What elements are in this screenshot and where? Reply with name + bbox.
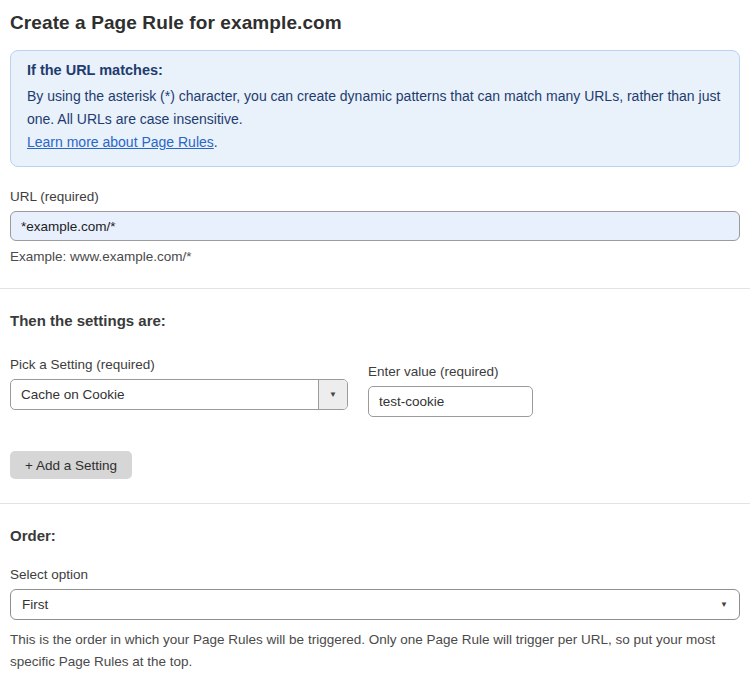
enter-value-label: Enter value (required) xyxy=(368,364,533,379)
order-selected-value: First xyxy=(22,597,48,612)
info-box-heading: If the URL matches: xyxy=(27,62,723,78)
divider xyxy=(0,503,750,504)
pick-setting-selected-value: Cache on Cookie xyxy=(11,380,318,409)
chevron-down-icon[interactable]: ▼ xyxy=(318,380,347,409)
setting-value-input[interactable] xyxy=(368,386,533,417)
learn-more-link[interactable]: Learn more about Page Rules xyxy=(27,134,214,150)
pick-setting-label: Pick a Setting (required) xyxy=(10,357,348,372)
pick-setting-dropdown[interactable]: Cache on Cookie ▼ xyxy=(10,379,348,410)
enter-value-column: Enter value (required) xyxy=(368,357,533,417)
order-help-text: This is the order in which your Page Rul… xyxy=(10,629,740,673)
divider xyxy=(0,288,750,289)
link-period: . xyxy=(214,134,218,150)
order-select-label: Select option xyxy=(10,567,740,582)
order-select-dropdown[interactable]: First ▼ xyxy=(10,589,740,620)
settings-section-heading: Then the settings are: xyxy=(10,312,740,329)
url-input[interactable] xyxy=(10,211,740,241)
page-title: Create a Page Rule for example.com xyxy=(10,12,740,34)
order-section-heading: Order: xyxy=(10,527,740,544)
info-link-line: Learn more about Page Rules. xyxy=(27,131,723,154)
settings-row: Pick a Setting (required) Cache on Cooki… xyxy=(10,357,740,417)
url-field-label: URL (required) xyxy=(10,189,740,204)
url-match-info-box: If the URL matches: By using the asteris… xyxy=(10,50,740,167)
pick-setting-column: Pick a Setting (required) Cache on Cooki… xyxy=(10,357,348,410)
url-field-example: Example: www.example.com/* xyxy=(10,249,740,264)
chevron-down-icon: ▼ xyxy=(720,600,728,609)
info-box-body: By using the asterisk (*) character, you… xyxy=(27,85,723,131)
add-setting-button[interactable]: + Add a Setting xyxy=(10,451,132,479)
